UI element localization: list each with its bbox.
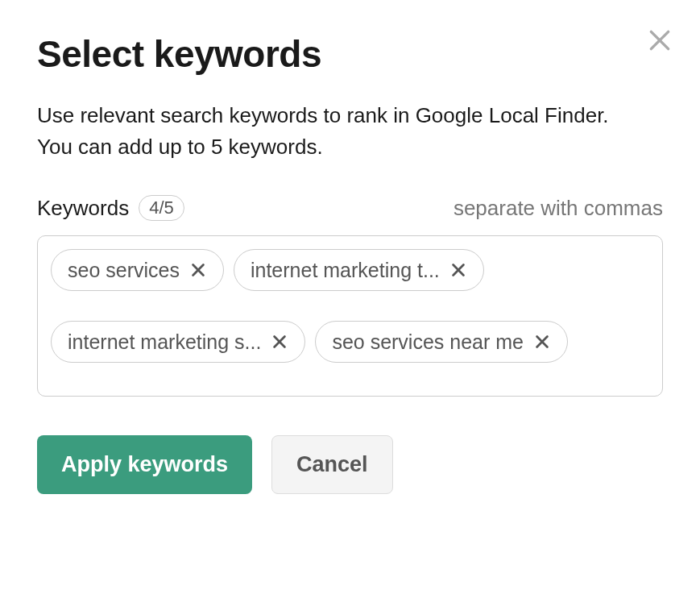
description-line-1: Use relevant search keywords to rank in …	[37, 103, 609, 127]
modal-actions: Apply keywords Cancel	[37, 435, 663, 494]
remove-icon[interactable]	[533, 333, 551, 351]
keywords-hint: separate with commas	[454, 196, 663, 221]
remove-icon[interactable]	[189, 261, 207, 279]
keyword-chip: seo services near me	[315, 321, 568, 363]
chip-label: internet marketing t...	[251, 259, 440, 282]
modal-description: Use relevant search keywords to rank in …	[37, 100, 663, 163]
remove-icon[interactable]	[271, 333, 288, 351]
keywords-header: Keywords 4/5 separate with commas	[37, 195, 663, 221]
description-line-2: You can add up to 5 keywords.	[37, 135, 323, 159]
chip-label: seo services	[68, 259, 180, 282]
select-keywords-modal: Select keywords Use relevant search keyw…	[0, 0, 700, 526]
remove-icon[interactable]	[449, 261, 467, 279]
chip-label: seo services near me	[332, 330, 524, 354]
modal-title: Select keywords	[37, 32, 663, 76]
apply-keywords-button[interactable]: Apply keywords	[37, 435, 252, 494]
keywords-input-box[interactable]: seo services internet marketing t... int…	[37, 235, 663, 397]
keywords-count-badge: 4/5	[139, 195, 184, 221]
keywords-label-wrap: Keywords 4/5	[37, 195, 184, 221]
cancel-button[interactable]: Cancel	[271, 435, 393, 494]
chip-label: internet marketing s...	[68, 330, 261, 354]
keyword-chip: internet marketing s...	[51, 321, 305, 363]
keywords-label: Keywords	[37, 196, 129, 221]
keyword-chip: internet marketing t...	[234, 249, 484, 291]
close-icon[interactable]	[645, 26, 674, 55]
keyword-chip: seo services	[51, 249, 224, 291]
